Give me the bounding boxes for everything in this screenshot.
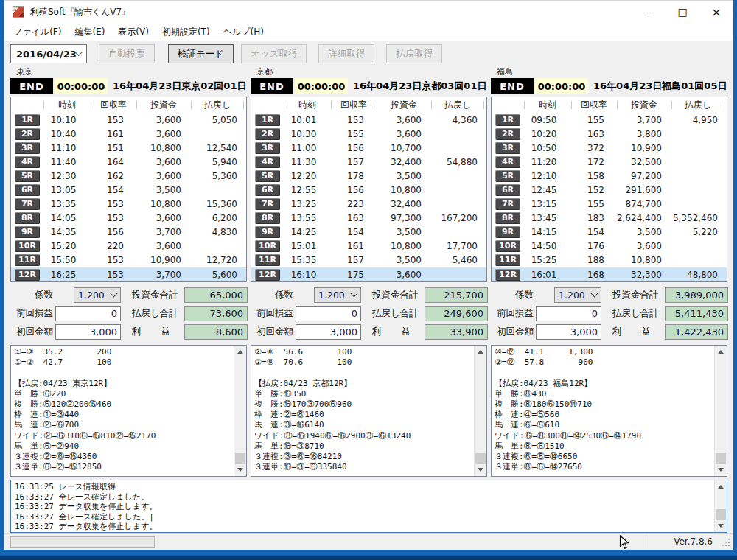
scroll-thumb[interactable] xyxy=(475,453,486,464)
race-row[interactable]: 11R15:351573,5005,460 xyxy=(251,253,486,267)
race-number-button[interactable]: 8R xyxy=(15,212,40,224)
race-row[interactable]: 7R13:15155874,700 xyxy=(492,197,727,211)
race-row[interactable]: 2R10:401613,600 xyxy=(11,127,246,141)
race-row[interactable]: 4R11:2017232,500 xyxy=(492,155,727,169)
toolbar-button[interactable]: 検証モード xyxy=(168,44,234,63)
date-dropdown[interactable]: 2016/04/23 xyxy=(10,44,87,63)
app-icon[interactable] xyxy=(13,6,24,18)
race-number-button[interactable]: 3R xyxy=(15,142,40,154)
race-number-button[interactable]: 6R xyxy=(15,184,40,196)
race-row[interactable]: 9R14:251543,500 xyxy=(251,225,486,239)
race-number-button[interactable]: 9R xyxy=(15,226,40,238)
race-number-button[interactable]: 6R xyxy=(255,184,280,196)
race-number-button[interactable]: 9R xyxy=(495,226,520,238)
race-row[interactable]: 7R13:2522332,400 xyxy=(251,197,486,211)
race-number-button[interactable]: 12R xyxy=(255,269,280,281)
race-row[interactable]: 2R10:301553,600 xyxy=(251,127,486,141)
race-row[interactable]: 4R11:401643,6005,940 xyxy=(11,155,246,169)
toolbar-button[interactable]: 詳細取得 xyxy=(318,44,374,63)
race-number-button[interactable]: 7R xyxy=(495,198,520,210)
race-number-button[interactable]: 10R xyxy=(15,240,40,252)
race-number-button[interactable]: 8R xyxy=(255,212,280,224)
race-number-button[interactable]: 11R xyxy=(495,254,520,266)
race-row[interactable]: 12R16:0116832,30048,800 xyxy=(492,267,727,281)
payout-detail-area[interactable]: ⑩=⑫ 41.1 1,300 ②=⑫ 57.8 900 【払戻:04/23 福島… xyxy=(491,345,727,477)
prev-pl-input[interactable]: 0 xyxy=(55,306,121,321)
log-area[interactable]: 16:33:25 レース情報取得16:33:27 全レース確定しました。16:3… xyxy=(10,480,727,533)
scroll-up-icon[interactable] xyxy=(234,346,246,357)
prev-pl-input[interactable]: 0 xyxy=(536,306,601,321)
race-row[interactable]: 10R15:202203,600 xyxy=(11,239,246,253)
detail-scrollbar[interactable] xyxy=(234,346,246,476)
race-row[interactable]: 3R11:1015110,80012,540 xyxy=(11,141,246,155)
race-number-button[interactable]: 5R xyxy=(255,170,280,182)
race-row[interactable]: 5R12:301623,6005,360 xyxy=(11,169,246,183)
race-number-button[interactable]: 2R xyxy=(15,128,40,140)
race-row[interactable]: 1R10:011533,6004,360 xyxy=(251,113,486,127)
prev-pl-input[interactable]: 0 xyxy=(296,306,361,321)
toolbar-button[interactable]: 自動投票 xyxy=(99,44,155,63)
scroll-down-icon[interactable] xyxy=(715,464,727,475)
scroll-thumb[interactable] xyxy=(716,453,726,464)
race-number-button[interactable]: 7R xyxy=(15,198,40,210)
race-number-button[interactable]: 5R xyxy=(15,170,40,182)
race-number-button[interactable]: 1R xyxy=(15,114,40,126)
race-number-button[interactable]: 12R xyxy=(495,269,520,281)
menu-item[interactable]: 初期設定(T) xyxy=(156,26,217,38)
race-row[interactable]: 10R14:501763,600 xyxy=(492,239,727,253)
race-row[interactable]: 8R13:451832,624,4005,352,460 xyxy=(492,211,727,225)
race-number-button[interactable]: 11R xyxy=(15,254,40,266)
race-number-button[interactable]: 10R xyxy=(495,240,520,252)
race-row[interactable]: 4R11:3015732,40054,880 xyxy=(251,155,486,169)
race-row[interactable]: 10R15:0116110,80017,700 xyxy=(251,239,486,253)
detail-scrollbar[interactable] xyxy=(474,346,486,476)
race-number-button[interactable]: 7R xyxy=(255,198,280,210)
log-scrollbar[interactable] xyxy=(714,480,727,532)
race-number-button[interactable]: 5R xyxy=(495,170,520,182)
race-number-button[interactable]: 2R xyxy=(495,128,520,140)
resize-grip[interactable] xyxy=(728,545,730,546)
scroll-up-icon[interactable] xyxy=(715,346,727,357)
scroll-thumb[interactable] xyxy=(235,453,245,464)
race-row[interactable]: 1R10:101533,6005,050 xyxy=(11,113,246,127)
race-row[interactable]: 9R14:351563,7004,830 xyxy=(11,225,246,239)
menu-item[interactable]: ヘルプ(H) xyxy=(217,26,270,38)
race-number-button[interactable]: 9R xyxy=(255,226,280,238)
race-row[interactable]: 9R14:151543,5005,220 xyxy=(492,225,727,239)
race-row[interactable]: 6R12:5515610,800 xyxy=(251,183,486,197)
race-row[interactable]: 11R15:2518810,800 xyxy=(492,253,727,267)
race-row[interactable]: 5R12:201783,500 xyxy=(251,169,486,183)
payout-detail-area[interactable]: ②=⑧ 56.6 100 ②=⑨ 70.6 100 【払戻:04/23 京都12… xyxy=(251,345,487,477)
race-number-button[interactable]: 11R xyxy=(255,254,280,266)
race-number-button[interactable]: 4R xyxy=(255,156,280,168)
toolbar-button[interactable]: オッズ取得 xyxy=(241,44,307,63)
coefficient-dropdown[interactable]: 1.200 xyxy=(554,287,601,303)
scroll-down-icon[interactable] xyxy=(475,464,486,475)
race-number-button[interactable]: 2R xyxy=(255,128,280,140)
race-row[interactable]: 12R16:101753,600 xyxy=(251,267,486,281)
race-row[interactable]: 7R13:3515310,80015,360 xyxy=(11,197,246,211)
detail-scrollbar[interactable] xyxy=(714,346,727,476)
initial-amount-input[interactable]: 3,000 xyxy=(55,324,121,340)
race-number-button[interactable]: 4R xyxy=(15,156,40,168)
scroll-down-icon[interactable] xyxy=(715,520,727,531)
initial-amount-input[interactable]: 3,000 xyxy=(536,324,601,340)
race-number-button[interactable]: 12R xyxy=(15,269,40,281)
coefficient-dropdown[interactable]: 1.200 xyxy=(314,287,361,303)
scroll-up-icon[interactable] xyxy=(475,346,486,357)
toolbar-button[interactable]: 払戻取得 xyxy=(386,44,442,63)
race-number-button[interactable]: 1R xyxy=(495,114,520,126)
race-row[interactable]: 2R10:201633,800 xyxy=(492,127,727,141)
race-row[interactable]: 12R16:251533,7005,600 xyxy=(11,267,246,281)
minimize-button[interactable]: – xyxy=(632,1,666,23)
menu-item[interactable]: 表示(V) xyxy=(111,26,156,38)
race-row[interactable]: 6R12:45152291,600 xyxy=(492,183,727,197)
close-button[interactable]: × xyxy=(699,1,733,23)
race-row[interactable]: 3R11:0015610,700 xyxy=(251,141,486,155)
payout-detail-area[interactable]: ①=③ 35.2 200 ①=② 42.7 100 【払戻:04/23 東京12… xyxy=(10,345,247,477)
race-row[interactable]: 6R13:051543,500 xyxy=(11,183,246,197)
scroll-thumb[interactable] xyxy=(716,509,726,520)
race-number-button[interactable]: 6R xyxy=(495,184,520,196)
race-number-button[interactable]: 4R xyxy=(495,156,520,168)
scroll-up-icon[interactable] xyxy=(715,481,727,492)
